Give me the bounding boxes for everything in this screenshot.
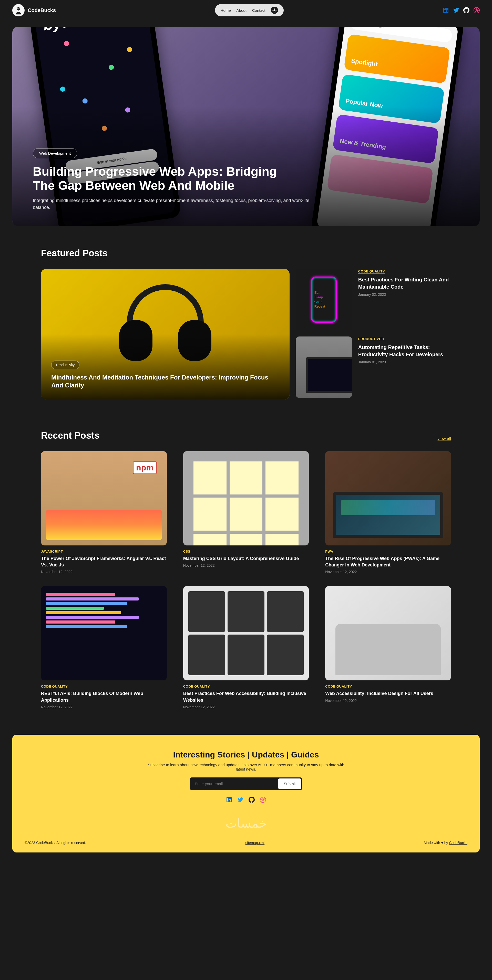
card-thumb [325,586,451,680]
github-link[interactable] [463,7,470,13]
post-title: Best Practices For Web Accessibility: Bu… [183,690,309,703]
nav-home[interactable]: Home [220,8,231,13]
card-thumb [183,451,309,546]
category-tag[interactable]: CSS [183,549,309,554]
card-thumb: npm [41,451,167,546]
subscribe-form: Submit [190,778,302,790]
dribbble-link[interactable] [474,7,480,13]
email-input[interactable] [191,778,278,789]
recent-card[interactable]: npm JAVASCRIPT The Power Of JavaScript F… [41,451,167,574]
hero[interactable]: byte Sign in with Apple Sign in with Goo… [12,27,480,226]
made-with: Made with ♥ by CodeBucks [424,841,467,845]
recent-heading: Recent Posts [41,430,99,441]
featured-thumb [296,336,352,398]
hero-category-tag[interactable]: Web Development [33,148,77,158]
recent-section: Recent Posts view all npm JAVASCRIPT The… [0,415,492,724]
recent-card[interactable]: CODE QUALITY Web Accessibility: Inclusiv… [325,586,451,709]
featured-thumb: Eat Sleep Code Repeat [296,269,352,330]
github-link[interactable] [248,796,255,803]
featured-side-item[interactable]: Eat Sleep Code Repeat CODE QUALITY Best … [296,269,451,330]
recent-card[interactable]: PWA The Rise Of Progressive Web Apps (PW… [325,451,451,574]
svg-line-8 [273,9,273,9]
post-title: Mastering CSS Grid Layout: A Comprehensi… [183,555,309,562]
twitter-icon [237,797,243,803]
category-tag[interactable]: CODE QUALITY [325,684,451,688]
footer-subtext: Subscribe to learn about new technology … [144,763,348,771]
svg-line-9 [276,11,276,12]
post-date: November 12, 2022 [183,563,309,568]
logo-text: CodeBucks [28,8,56,13]
footer-socials [25,796,467,803]
category-tag[interactable]: JAVASCRIPT [41,549,167,554]
svg-point-4 [19,8,19,9]
post-date: November 12, 2022 [41,705,167,709]
linkedin-icon [443,7,449,13]
sun-icon [272,8,277,13]
post-date: November 12, 2022 [41,570,167,574]
card-thumb [325,451,451,546]
featured-big-tag[interactable]: Productivity [51,361,80,369]
post-title: The Rise Of Progressive Web Apps (PWAs):… [325,555,451,568]
card-thumb [183,586,309,680]
codebucks-credit-link[interactable]: CodeBucks [449,841,467,845]
footer: Interesting Stories | Updates | Guides S… [12,735,480,853]
featured-section: Featured Posts Productivity Mindfulness … [0,232,492,415]
post-title: Best Practices For Writing Clean And Mai… [358,276,451,290]
theme-toggle-button[interactable] [271,7,278,14]
logo-avatar [12,4,25,16]
post-date: November 12, 2022 [325,570,451,574]
github-icon [463,7,470,13]
category-tag[interactable]: PRODUCTIVITY [358,337,385,341]
recent-card[interactable]: CODE QUALITY RESTful APIs: Building Bloc… [41,586,167,709]
svg-point-0 [17,7,20,11]
featured-big-card[interactable]: Productivity Mindfulness And Meditation … [41,269,289,399]
copyright-text: ©2023 CodeBucks. All rights reserved. [25,841,86,845]
twitter-icon [453,7,459,13]
hero-title[interactable]: Building Progressive Web Apps: Bridging … [33,164,289,192]
svg-point-3 [18,8,18,9]
category-tag[interactable]: CODE QUALITY [183,684,309,688]
nav-pill: Home About Contact [215,4,284,16]
logo-link[interactable]: CodeBucks [12,4,56,16]
category-tag[interactable]: CODE QUALITY [358,269,385,274]
post-date: January 02, 2023 [358,293,451,296]
github-icon [249,797,255,803]
category-tag[interactable]: CODE QUALITY [41,684,167,688]
category-tag[interactable]: PWA [325,549,451,554]
dribbble-icon [474,7,480,13]
linkedin-link[interactable] [443,7,449,13]
svg-line-13 [276,9,276,9]
header: CodeBucks Home About Contact [0,0,492,21]
dribbble-icon [260,797,266,803]
svg-point-5 [274,9,276,11]
hero-description: Integrating mindfulness practices helps … [33,197,315,211]
sitemap-link[interactable]: sitemap.xml [246,841,265,845]
svg-line-12 [273,11,273,12]
featured-heading: Featured Posts [41,248,451,259]
card-thumb [41,586,167,680]
watermark: خمسات [25,816,467,830]
view-all-link[interactable]: view all [438,436,451,441]
recent-card[interactable]: CSS Mastering CSS Grid Layout: A Compreh… [183,451,309,574]
header-socials [443,7,480,13]
twitter-link[interactable] [453,7,459,13]
post-date: January 01, 2023 [358,360,451,364]
nav-about[interactable]: About [236,8,246,13]
post-date: November 12, 2022 [325,698,451,703]
submit-button[interactable]: Submit [278,778,301,789]
post-title: RESTful APIs: Building Blocks Of Modern … [41,690,167,703]
post-title: The Power Of JavaScript Frameworks: Angu… [41,555,167,568]
post-title: Web Accessibility: Inclusive Design For … [325,690,451,697]
nav-contact[interactable]: Contact [252,8,265,13]
twitter-link[interactable] [237,796,244,803]
recent-card[interactable]: CODE QUALITY Best Practices For Web Acce… [183,586,309,709]
featured-side-item[interactable]: PRODUCTIVITY Automating Repetitive Tasks… [296,336,451,398]
footer-heading: Interesting Stories | Updates | Guides [25,750,467,759]
featured-big-title: Mindfulness And Meditation Techniques Fo… [51,373,279,389]
linkedin-link[interactable] [225,796,233,803]
linkedin-icon [226,797,232,803]
post-title: Automating Repetitive Tasks: Productivit… [358,344,451,358]
post-date: November 12, 2022 [183,705,309,709]
dribbble-link[interactable] [259,796,267,803]
